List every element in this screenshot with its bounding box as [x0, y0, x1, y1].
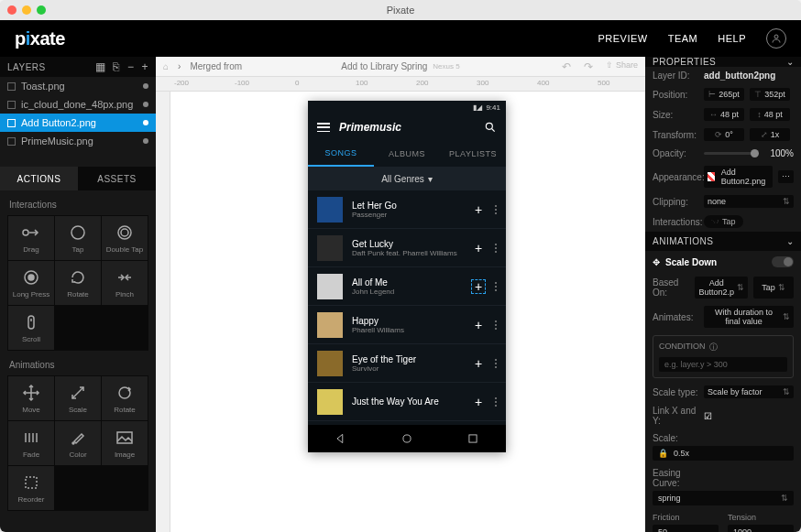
phone-tab-playlists[interactable]: PLAYLISTS [440, 141, 506, 167]
more-icon[interactable] [495, 320, 497, 330]
interaction-pill[interactable]: ☜Tap [704, 215, 743, 228]
linkxy-checkbox[interactable]: ☑ [704, 411, 712, 421]
redo-icon[interactable]: ↷ [584, 60, 593, 73]
interaction-rotate[interactable]: Rotate [55, 261, 101, 305]
layer-id-value[interactable]: add_button2png [704, 71, 775, 81]
properties-title: PROPERTIES [653, 57, 716, 67]
maximize-window-button[interactable] [37, 5, 46, 15]
tab-actions[interactable]: ACTIONS [0, 167, 78, 190]
phone-time: 9:41 [486, 103, 500, 112]
close-window-button[interactable] [7, 5, 16, 15]
animation-toggle[interactable] [772, 256, 794, 267]
search-icon[interactable] [484, 121, 497, 134]
chevron-down-icon[interactable]: ⌄ [786, 236, 795, 246]
nav-back-icon[interactable] [335, 432, 347, 445]
info-icon[interactable]: ⓘ [709, 342, 718, 353]
add-icon[interactable]: + [471, 356, 486, 371]
layer-row[interactable]: PrimeMusic.png [0, 132, 156, 150]
layers-copy-icon[interactable]: ⎘ [113, 60, 120, 73]
condition-input[interactable]: e.g. layer.y > 300 [659, 357, 787, 372]
song-row[interactable]: Let Her GoPassenger+ [308, 190, 506, 229]
svg-point-3 [71, 226, 84, 239]
animation-image[interactable]: Image [102, 421, 148, 465]
interaction-pinch[interactable]: Pinch [102, 261, 148, 305]
size-w-input[interactable]: ↔48 pt [704, 108, 744, 121]
more-icon[interactable] [495, 359, 497, 368]
size-h-input[interactable]: ↕48 pt [750, 108, 790, 121]
more-icon[interactable] [495, 244, 497, 253]
animation-move[interactable]: Move [8, 376, 54, 420]
layers-plus-icon[interactable]: + [141, 60, 148, 73]
tension-input[interactable]: 1000 [728, 525, 794, 532]
layer-row[interactable]: Toast.png [0, 77, 156, 95]
undo-icon[interactable]: ↶ [562, 60, 571, 73]
song-row[interactable]: All of MeJohn Legend+ [308, 267, 506, 306]
breadcrumb-merged[interactable]: Merged from [190, 61, 242, 71]
nav-help[interactable]: HELP [718, 33, 746, 44]
add-icon[interactable]: + [471, 318, 486, 332]
nav-recent-icon[interactable] [466, 432, 479, 445]
ruler-vertical [156, 92, 170, 532]
animation-name[interactable]: Scale Down [665, 257, 717, 267]
nav-team[interactable]: TEAM [668, 33, 698, 44]
more-icon[interactable] [495, 282, 497, 291]
animation-scale[interactable]: Scale [55, 376, 101, 420]
hamburger-icon[interactable] [317, 123, 330, 132]
animation-rotate[interactable]: Rotate [102, 376, 148, 420]
add-icon[interactable]: + [471, 241, 486, 255]
animation-color[interactable]: Color [55, 421, 101, 465]
account-icon[interactable] [766, 28, 786, 49]
minimize-window-button[interactable] [22, 5, 31, 15]
pos-y-input[interactable]: ⊤352pt [750, 88, 790, 101]
stage[interactable]: ▮◢9:41 Primemusic SONGS ALBUMS PLAYLISTS… [170, 92, 645, 532]
topbar: pixate PREVIEW TEAM HELP [0, 20, 801, 57]
layers-grid-icon[interactable]: ▦ [95, 60, 106, 73]
left-panel: LAYERS ▦ ⎘ − + Toast.pngic_cloud_done_48… [0, 57, 156, 532]
animation-reorder[interactable]: Reorder [8, 466, 54, 510]
animates-select[interactable]: With duration to final value⇅ [704, 306, 794, 328]
opacity-slider[interactable] [704, 152, 759, 155]
layer-row[interactable]: ic_cloud_done_48px.png [0, 95, 156, 114]
tab-assets[interactable]: ASSETS [78, 167, 156, 190]
pos-x-input[interactable]: ⊢265pt [704, 88, 744, 101]
based-layer-select[interactable]: Add Button2.p⇅ [695, 277, 748, 299]
appearance-input[interactable]: Add Button2.png [704, 166, 773, 188]
song-row[interactable]: Eye of the TigerSurvivor+ [308, 344, 506, 383]
interaction-scroll[interactable]: Scroll [8, 306, 54, 350]
easing-select[interactable]: spring⇅ [653, 491, 794, 505]
phone-filter[interactable]: All Genres▾ [308, 167, 506, 190]
layer-row[interactable]: Add Button2.png [0, 114, 156, 132]
layers-minus-icon[interactable]: − [127, 60, 135, 73]
appearance-more[interactable]: ⋯ [778, 170, 794, 183]
svg-point-20 [72, 442, 74, 444]
rotation-input[interactable]: ⟳0° [704, 128, 744, 141]
more-icon[interactable] [495, 205, 497, 214]
chevron-down-icon[interactable]: ⌄ [786, 57, 795, 67]
song-row[interactable]: HappyPharell Williams+ [308, 306, 506, 344]
svg-rect-26 [469, 435, 477, 442]
interaction-tap[interactable]: Tap [55, 216, 101, 260]
add-icon[interactable]: + [471, 395, 486, 409]
phone-tab-songs[interactable]: SONGS [308, 141, 374, 167]
animation-fade[interactable]: Fade [8, 421, 54, 465]
interaction-drag[interactable]: Drag [8, 216, 54, 260]
song-row[interactable]: Just the Way You Are+ [308, 383, 506, 421]
svg-rect-22 [26, 477, 37, 488]
scale-value-input[interactable]: 🔒0.5x [653, 446, 794, 461]
home-icon[interactable]: ⌂ [163, 61, 169, 71]
song-row[interactable]: Get LuckyDaft Punk feat. Pharrell Willia… [308, 229, 506, 267]
clipping-select[interactable]: none⇅ [704, 195, 794, 208]
phone-tab-albums[interactable]: ALBUMS [374, 141, 440, 167]
friction-input[interactable]: 50 [653, 525, 719, 532]
scale-input[interactable]: ⤢1x [750, 128, 790, 141]
based-event-select[interactable]: Tap⇅ [753, 277, 794, 299]
interaction-double-tap[interactable]: Double Tap [102, 216, 148, 260]
interaction-long-press[interactable]: Long Press [8, 261, 54, 305]
nav-preview[interactable]: PREVIEW [598, 33, 647, 44]
nav-home-icon[interactable] [400, 432, 413, 445]
add-icon[interactable]: + [471, 202, 486, 217]
add-icon[interactable]: + [471, 279, 486, 294]
share-icon[interactable]: ⇧ Share [606, 60, 638, 73]
more-icon[interactable] [495, 397, 497, 407]
scaletype-select[interactable]: Scale by factor⇅ [704, 385, 794, 398]
